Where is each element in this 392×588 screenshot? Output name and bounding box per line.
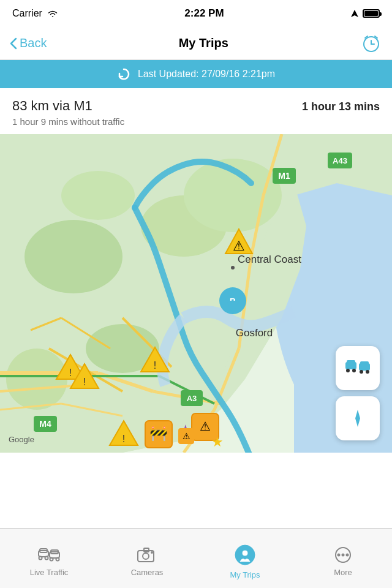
svg-text:A3: A3 bbox=[187, 394, 197, 403]
svg-text:!: ! bbox=[83, 377, 86, 387]
map-button-group bbox=[336, 346, 380, 440]
more-icon bbox=[331, 546, 355, 564]
alarm-icon bbox=[361, 33, 382, 54]
battery-icon bbox=[363, 9, 380, 18]
svg-point-73 bbox=[366, 370, 369, 374]
traffic-view-button[interactable] bbox=[336, 346, 380, 390]
tab-my-trips[interactable]: My Trips bbox=[196, 529, 294, 588]
svg-point-88 bbox=[242, 550, 248, 556]
last-updated-label: Last Updated: 27/09/16 2:21pm bbox=[138, 69, 275, 80]
svg-text:⚠: ⚠ bbox=[200, 420, 211, 433]
tab-more[interactable]: More bbox=[294, 529, 392, 588]
route-main: 83 km via M1 1 hour 13 mins bbox=[12, 98, 380, 114]
live-traffic-icon bbox=[37, 546, 61, 564]
svg-rect-67 bbox=[347, 360, 355, 364]
status-left: Carrier bbox=[12, 8, 58, 19]
svg-text:M4: M4 bbox=[39, 419, 51, 429]
svg-text:Gosford: Gosford bbox=[236, 327, 273, 339]
tab-live-traffic-label: Live Traffic bbox=[30, 568, 69, 577]
svg-rect-71 bbox=[360, 361, 369, 366]
svg-text:★: ★ bbox=[211, 434, 224, 450]
svg-point-43 bbox=[231, 266, 235, 270]
tab-cameras-label: Cameras bbox=[131, 568, 164, 577]
route-info: 83 km via M1 1 hour 13 mins 1 hour 9 min… bbox=[0, 88, 392, 134]
route-distance: 83 km via M1 bbox=[12, 98, 92, 114]
tab-cameras[interactable]: Cameras bbox=[98, 529, 196, 588]
compass-icon bbox=[347, 407, 369, 429]
cameras-icon bbox=[135, 546, 159, 564]
svg-text:⚠: ⚠ bbox=[233, 238, 245, 254]
svg-marker-0 bbox=[351, 10, 358, 17]
compass-button[interactable] bbox=[336, 396, 380, 440]
tab-my-trips-label: My Trips bbox=[230, 570, 260, 579]
carrier-label: Carrier bbox=[12, 8, 42, 19]
svg-text:🚧: 🚧 bbox=[149, 424, 168, 442]
svg-point-15 bbox=[61, 171, 135, 220]
svg-point-86 bbox=[151, 551, 153, 554]
svg-point-78 bbox=[45, 557, 48, 560]
svg-text:Central Coast: Central Coast bbox=[238, 254, 301, 265]
svg-point-77 bbox=[39, 557, 42, 560]
status-time: 2:22 PM bbox=[184, 7, 224, 20]
refresh-bar[interactable]: Last Updated: 27/09/16 2:21pm bbox=[0, 60, 392, 88]
svg-point-69 bbox=[352, 369, 356, 372]
svg-point-72 bbox=[360, 370, 363, 374]
wifi-icon bbox=[47, 9, 58, 18]
page-title: My Trips bbox=[179, 36, 228, 50]
svg-text:!: ! bbox=[154, 360, 156, 371]
tab-bar: Live Traffic Cameras My Trips More bbox=[0, 528, 392, 588]
map-svg: M1 A43 M4 A3 Central Coast Gosford B ⚠ !… bbox=[0, 134, 392, 453]
route-without-traffic: 1 hour 9 mins without traffic bbox=[12, 116, 380, 127]
traffic-cars-icon bbox=[344, 357, 371, 379]
svg-point-90 bbox=[337, 554, 341, 557]
svg-text:⚠: ⚠ bbox=[183, 431, 190, 441]
route-duration: 1 hour 13 mins bbox=[302, 100, 380, 113]
svg-text:!: ! bbox=[123, 434, 125, 444]
svg-marker-74 bbox=[355, 410, 360, 427]
status-right bbox=[350, 9, 380, 18]
google-watermark: Google bbox=[9, 435, 34, 444]
svg-text:A43: A43 bbox=[333, 156, 347, 165]
svg-point-91 bbox=[342, 554, 345, 557]
refresh-icon bbox=[117, 67, 130, 81]
nav-bar: Back My Trips bbox=[0, 27, 392, 60]
svg-point-92 bbox=[346, 554, 349, 557]
back-button[interactable]: Back bbox=[10, 36, 47, 50]
tab-more-label: More bbox=[334, 568, 352, 577]
status-bar: Carrier 2:22 PM bbox=[0, 0, 392, 27]
svg-point-11 bbox=[24, 220, 123, 293]
svg-point-84 bbox=[143, 553, 149, 559]
map-container[interactable]: M1 A43 M4 A3 Central Coast Gosford B ⚠ !… bbox=[0, 134, 392, 453]
alarm-button[interactable] bbox=[360, 32, 382, 55]
svg-point-68 bbox=[346, 369, 350, 372]
svg-text:M1: M1 bbox=[278, 171, 290, 181]
svg-point-81 bbox=[50, 558, 53, 561]
back-label: Back bbox=[20, 36, 47, 50]
svg-text:!: ! bbox=[69, 368, 72, 378]
chevron-left-icon bbox=[10, 37, 17, 50]
svg-point-82 bbox=[56, 558, 59, 561]
my-trips-icon bbox=[233, 543, 257, 567]
tab-live-traffic[interactable]: Live Traffic bbox=[0, 529, 98, 588]
location-arrow-icon bbox=[350, 9, 359, 18]
